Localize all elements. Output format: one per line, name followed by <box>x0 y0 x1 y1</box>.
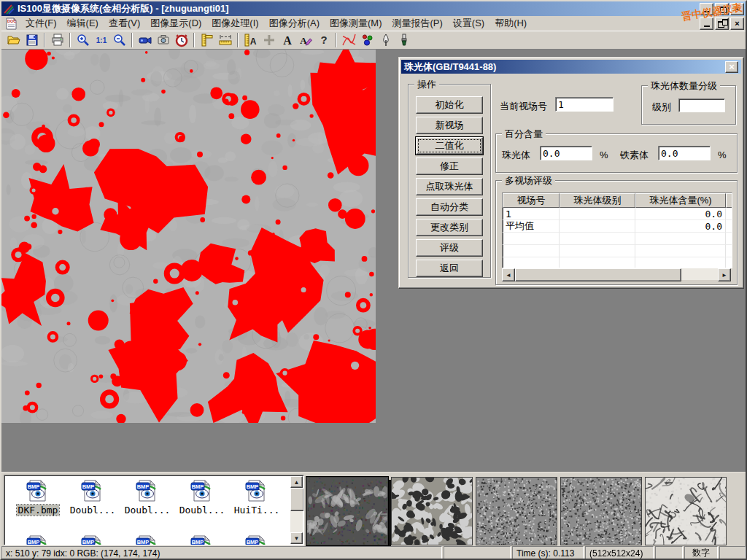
maximize-button[interactable] <box>715 3 729 15</box>
minimize-button[interactable] <box>700 3 713 15</box>
status-image-size: (512x512x24) <box>585 546 654 560</box>
dialog-title: 珠光体(GB/T9441-88) <box>404 61 496 74</box>
save-icon[interactable] <box>23 32 41 48</box>
file-list-vscrollbar[interactable]: ▲ ▼ <box>290 476 303 544</box>
title-bar[interactable]: IS100显微摄像系统(金相分析版) - [zhuguangti01] × <box>1 1 746 16</box>
rating-table: 视场号 珠光体级别 珠光体含量(%) 铁素体含量(%) 1 0.0 平均值 0.… <box>502 192 732 268</box>
file-item[interactable]: DKF.bmp <box>12 478 64 516</box>
auto-classify-button[interactable]: 自动分类 <box>416 198 483 216</box>
table-row[interactable]: 平均值 0.0 <box>503 220 732 233</box>
menu-image-process[interactable]: 图像处理(I) <box>206 15 263 31</box>
dialog-title-bar[interactable]: 珠光体(GB/T9441-88) × <box>401 60 741 74</box>
bmp-file-icon <box>80 534 106 545</box>
current-field-input[interactable] <box>555 97 614 112</box>
zoom-in-icon[interactable] <box>74 32 92 48</box>
file-item[interactable]: Doubl... <box>66 478 119 516</box>
brush-tool-icon[interactable] <box>395 32 413 48</box>
file-name[interactable]: DKF.bmp <box>17 505 60 516</box>
open-icon[interactable] <box>4 32 23 48</box>
menu-view[interactable]: 查看(V) <box>104 15 145 31</box>
bmp-file-icon <box>134 478 160 505</box>
init-button[interactable]: 初始化 <box>416 96 483 114</box>
file-item[interactable] <box>121 534 174 545</box>
print-icon[interactable] <box>48 32 66 48</box>
mdi-close-button[interactable]: × <box>730 18 744 30</box>
operation-group-title: 操作 <box>414 78 439 91</box>
menu-image-analysis[interactable]: 图像分析(A) <box>264 15 325 31</box>
file-item[interactable] <box>66 534 119 545</box>
toolbar-separator <box>131 33 133 47</box>
scroll-down-icon[interactable]: ▼ <box>290 532 303 544</box>
grade-input[interactable] <box>678 98 725 112</box>
menu-help[interactable]: 帮助(H) <box>489 15 532 31</box>
binarize-button[interactable]: 二值化 <box>416 137 483 155</box>
bmp-file-icon <box>25 534 51 545</box>
dialog-close-button[interactable]: × <box>725 61 738 73</box>
file-name[interactable]: Doubl... <box>178 505 227 516</box>
thumbnail-2[interactable] <box>391 477 473 545</box>
col-pearlite-content: 珠光体含量(%) <box>635 193 726 208</box>
capture-camera-icon[interactable] <box>154 32 172 48</box>
percent-group: 百分含量 珠光体 % 铁素体 % <box>495 133 738 173</box>
file-item[interactable]: HuiTi... <box>231 478 283 516</box>
close-button[interactable]: × <box>730 3 744 15</box>
thumbnail-3[interactable] <box>476 477 557 545</box>
ferrite-input[interactable] <box>658 146 711 160</box>
col-field-no: 视场号 <box>503 193 560 208</box>
video-camera-icon[interactable] <box>136 32 154 48</box>
new-field-button[interactable]: 新视场 <box>416 117 483 134</box>
file-name[interactable]: Doubl... <box>123 505 172 516</box>
menu-report[interactable]: 测量报告(P) <box>387 15 447 31</box>
file-item[interactable] <box>176 534 228 545</box>
file-item[interactable] <box>12 534 64 545</box>
menu-edit[interactable]: 编辑(E) <box>62 15 104 31</box>
menu-settings[interactable]: 设置(S) <box>448 15 489 31</box>
file-item[interactable] <box>231 534 283 545</box>
scroll-right-icon[interactable]: ► <box>718 268 731 281</box>
table-hscrollbar[interactable]: ◄ ► <box>502 268 731 280</box>
file-item[interactable]: Doubl... <box>121 478 174 516</box>
curve-tool-icon[interactable] <box>340 32 358 48</box>
thumbnail-5[interactable] <box>645 477 727 545</box>
text-annotate-icon[interactable]: A <box>296 32 314 48</box>
text-icon[interactable]: A <box>278 32 296 48</box>
measure-text-icon[interactable]: A <box>241 32 260 48</box>
mdi-minimize-button[interactable] <box>700 18 713 30</box>
file-name[interactable]: HuiTi... <box>233 505 282 516</box>
classify-balls-icon[interactable] <box>358 32 376 48</box>
timer-clock-icon[interactable] <box>172 32 190 48</box>
close-icon: × <box>735 20 739 28</box>
correct-button[interactable]: 修正 <box>416 158 483 175</box>
hscroll-thumb[interactable] <box>515 268 681 281</box>
pen-tool-icon[interactable] <box>376 32 395 48</box>
menu-image-measure[interactable]: 图像测量(M) <box>325 15 387 31</box>
move-cross-icon[interactable] <box>260 32 278 48</box>
mdi-restore-button[interactable] <box>715 18 729 30</box>
thumbnail-4[interactable] <box>560 477 642 545</box>
vscroll-thumb[interactable] <box>290 488 304 511</box>
scroll-left-icon[interactable]: ◄ <box>502 268 515 281</box>
specimen-image[interactable] <box>1 50 376 423</box>
caliper-icon[interactable] <box>198 32 216 48</box>
file-item[interactable]: Doubl... <box>176 478 228 516</box>
actual-size-icon[interactable]: 1:1 <box>92 32 110 48</box>
pearlite-input[interactable] <box>540 146 592 160</box>
rate-button[interactable]: 评级 <box>416 239 483 257</box>
cell: 0.0 <box>635 220 726 233</box>
cell <box>726 220 732 233</box>
change-class-button[interactable]: 更改类别 <box>416 219 483 236</box>
help-icon[interactable]: ? <box>314 32 333 48</box>
file-listbox[interactable]: DKF.bmp Doubl... Doubl... Doubl... HuiTi… <box>4 475 304 545</box>
ruler-icon[interactable] <box>216 32 234 48</box>
menu-image-display[interactable]: 图像显示(D) <box>145 15 206 31</box>
file-name[interactable]: Doubl... <box>69 505 117 516</box>
zoom-out-icon[interactable] <box>110 32 128 48</box>
toolbar-separator <box>193 33 195 47</box>
thumbnail-1[interactable] <box>306 477 388 545</box>
scroll-up-icon[interactable]: ▲ <box>290 476 303 488</box>
return-button[interactable]: 返回 <box>416 260 483 277</box>
table-row[interactable]: 1 0.0 <box>503 208 732 220</box>
menu-file[interactable]: 文件(F) <box>20 15 62 31</box>
pick-pearlite-button[interactable]: 点取珠光体 <box>416 178 483 195</box>
bmp-file-icon <box>244 534 270 545</box>
